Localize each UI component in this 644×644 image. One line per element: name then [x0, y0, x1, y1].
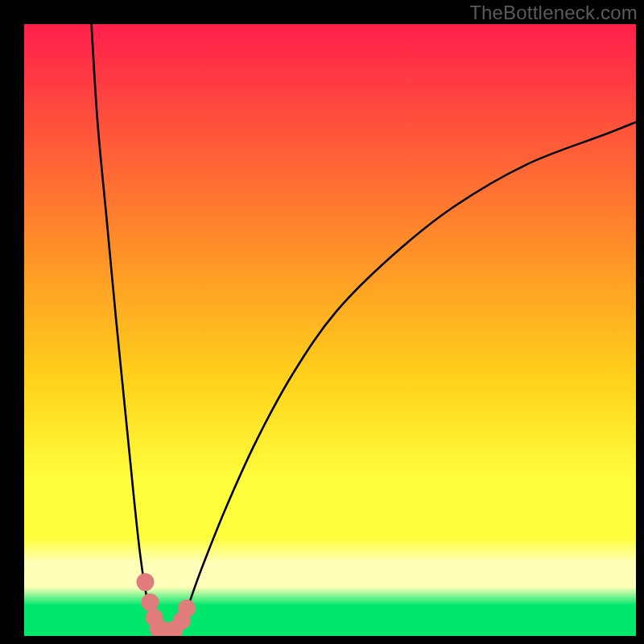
plot-area — [24, 24, 636, 636]
data-marker — [178, 600, 196, 617]
curve-left-branch — [92, 24, 159, 636]
chart-frame: TheBottleneck.com — [0, 0, 644, 644]
data-marker — [142, 593, 159, 611]
attribution-watermark: TheBottleneck.com — [469, 2, 638, 24]
curve-right-branch — [177, 122, 636, 636]
data-marker — [136, 573, 154, 591]
curve-layer — [24, 24, 636, 636]
